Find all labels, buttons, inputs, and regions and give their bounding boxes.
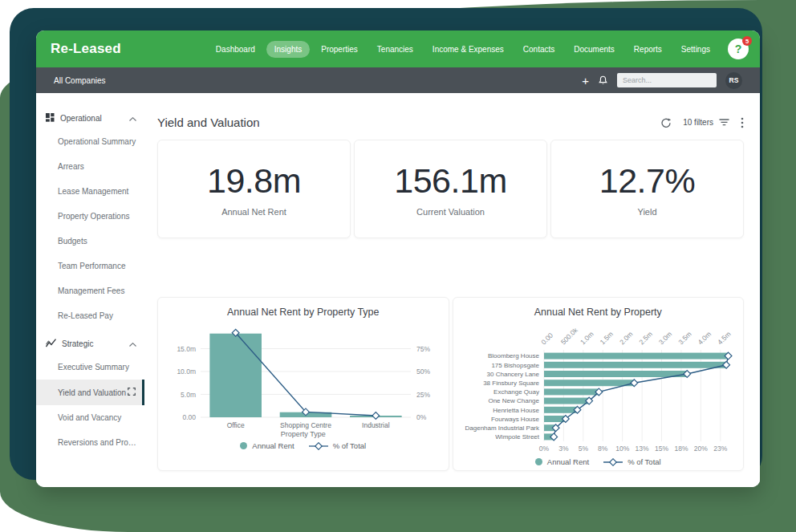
sidebar-item-property-operations[interactable]: Property Operations [36,204,144,229]
svg-text:3.0m: 3.0m [657,330,673,346]
bell-icon[interactable] [598,75,608,86]
nav-item-tenancies[interactable]: Tenancies [369,41,421,58]
nav-item-reports[interactable]: Reports [626,41,670,58]
nav-item-income-expenses[interactable]: Income & Expenses [424,41,512,58]
expand-icon[interactable] [128,388,136,397]
kpi-value: 19.8m [207,161,301,201]
charts-row: Annual Net Rent by Property Type 0.000%5… [157,297,744,471]
company-bar: All Companies + RS [36,67,760,93]
svg-text:8%: 8% [598,445,608,453]
svg-text:5.0m: 5.0m [181,391,196,399]
chart-legend: Annual Rent % of Total [158,441,449,450]
sidebar-item-arrears[interactable]: Arrears [36,154,144,179]
sidebar: Operational Operational Summary Arrears … [36,93,144,487]
sidebar-item-operational-summary[interactable]: Operational Summary [36,129,144,154]
svg-text:15%: 15% [655,445,668,453]
nav-item-settings[interactable]: Settings [673,41,718,58]
main-content: Yield and Valuation 10 filters [144,93,760,487]
kpi-value: 156.1m [394,161,506,201]
sidebar-section-header-strategic[interactable]: Strategic [36,333,144,355]
primary-nav: Dashboard Insights Properties Tenancies … [208,41,718,58]
page-background: Re-Leased Dashboard Insights Properties … [0,0,796,532]
kpi-card-annual-net-rent: 19.8m Annual Net Rent [157,140,351,238]
svg-text:Dagenham Industrial Park: Dagenham Industrial Park [465,424,540,432]
kpi-row: 19.8m Annual Net Rent 156.1m Current Val… [157,140,744,238]
add-button[interactable]: + [582,75,589,87]
company-selector[interactable]: All Companies [54,76,105,85]
sidebar-item-budgets[interactable]: Budgets [36,229,144,254]
top-navigation-bar: Re-Leased Dashboard Insights Properties … [36,30,760,67]
svg-text:20%: 20% [694,445,708,453]
page-title: Yield and Valuation [157,116,260,129]
kpi-label: Current Valuation [416,207,485,217]
svg-text:1.0m: 1.0m [579,330,595,346]
chart-card-annual-net-rent-by-property: Annual Net Rent by Property 0.000%500.0k… [453,297,745,471]
legend-diamond-icon [309,442,328,450]
refresh-button[interactable] [660,117,672,128]
kpi-label: Annual Net Rent [221,207,286,217]
svg-text:3.5m: 3.5m [677,330,693,346]
svg-text:2.0m: 2.0m [618,330,634,346]
nav-item-documents[interactable]: Documents [566,41,623,58]
svg-text:5%: 5% [579,445,589,453]
sidebar-item-yield-and-valuation[interactable]: Yield and Valuation [36,380,144,405]
svg-text:500.0k: 500.0k [559,326,580,347]
svg-text:23%: 23% [714,445,728,453]
svg-text:0.00: 0.00 [540,331,555,346]
kpi-card-yield: 12.7% Yield [550,140,744,238]
svg-text:Henrietta House: Henrietta House [493,407,539,414]
chart-title: Annual Net Rent by Property Type [158,307,449,318]
sidebar-item-executive-summary[interactable]: Executive Summary [36,355,144,380]
svg-text:Exchange Quay: Exchange Quay [493,388,539,396]
svg-text:1.5m: 1.5m [599,330,615,346]
svg-text:10%: 10% [615,445,629,453]
svg-text:3%: 3% [559,445,570,453]
question-icon: ? [735,43,742,55]
svg-text:10.0m: 10.0m [177,368,196,376]
legend-diamond-icon [603,458,623,466]
sidebar-section-operational: Operational Operational Summary Arrears … [36,108,144,328]
sidebar-item-reversions-and-projections[interactable]: Reversions and Project... [36,430,144,455]
sidebar-item-lease-management[interactable]: Lease Management [36,179,144,204]
svg-text:2.5m: 2.5m [638,330,654,346]
page-header: Yield and Valuation 10 filters [157,116,744,129]
svg-text:30 Chancery Lane: 30 Chancery Lane [487,371,540,378]
filters-button[interactable]: 10 filters [683,118,729,127]
grid-icon [46,113,55,124]
svg-text:50%: 50% [416,368,430,376]
search-input[interactable] [617,73,717,87]
filter-icon [719,119,729,126]
svg-text:75%: 75% [416,345,430,353]
nav-item-properties[interactable]: Properties [313,41,366,58]
sidebar-item-re-leased-pay[interactable]: Re-Leased Pay [36,303,144,328]
trend-chart-icon [46,339,56,349]
svg-text:13%: 13% [636,445,649,453]
brand-logo[interactable]: Re-Leased [51,41,121,57]
avatar[interactable]: RS [725,72,742,89]
pareto-chart-property-type: 0.000%5.0m25%10.0m50%15.0m75%OfficeShopp… [169,319,438,432]
x-axis-label: Property Type [158,430,449,438]
kebab-menu-button[interactable] [741,117,744,128]
help-button[interactable]: ? 5 [728,39,749,59]
sidebar-item-management-fees[interactable]: Management Fees [36,278,144,303]
kpi-label: Yield [637,207,656,217]
svg-text:4.5m: 4.5m [716,330,732,346]
kpi-value: 12.7% [599,161,695,201]
nav-item-contacts[interactable]: Contacts [515,41,562,58]
svg-text:Fourways House: Fourways House [491,416,540,423]
svg-text:Bloomberg House: Bloomberg House [488,352,540,359]
chart-legend: Annual Rent % of Total [453,457,744,466]
sidebar-section-header-operational[interactable]: Operational [36,108,144,129]
nav-item-insights[interactable]: Insights [266,41,310,58]
svg-text:Industrial: Industrial [362,421,390,429]
sidebar-item-team-performance[interactable]: Team Performance [36,254,144,278]
notification-badge: 5 [742,36,752,46]
kpi-card-current-valuation: 156.1m Current Valuation [354,140,547,238]
bar-chart-by-property: 0.000%500.0k3%1.0m5%1.5m8%2.0m10%2.5m13%… [457,319,738,459]
sidebar-item-void-and-vacancy[interactable]: Void and Vacancy [36,405,144,430]
chevron-up-icon [129,114,136,123]
svg-text:0.00: 0.00 [182,413,196,421]
svg-text:0%: 0% [539,445,550,453]
nav-item-dashboard[interactable]: Dashboard [208,41,263,58]
svg-text:4.0m: 4.0m [696,330,713,346]
